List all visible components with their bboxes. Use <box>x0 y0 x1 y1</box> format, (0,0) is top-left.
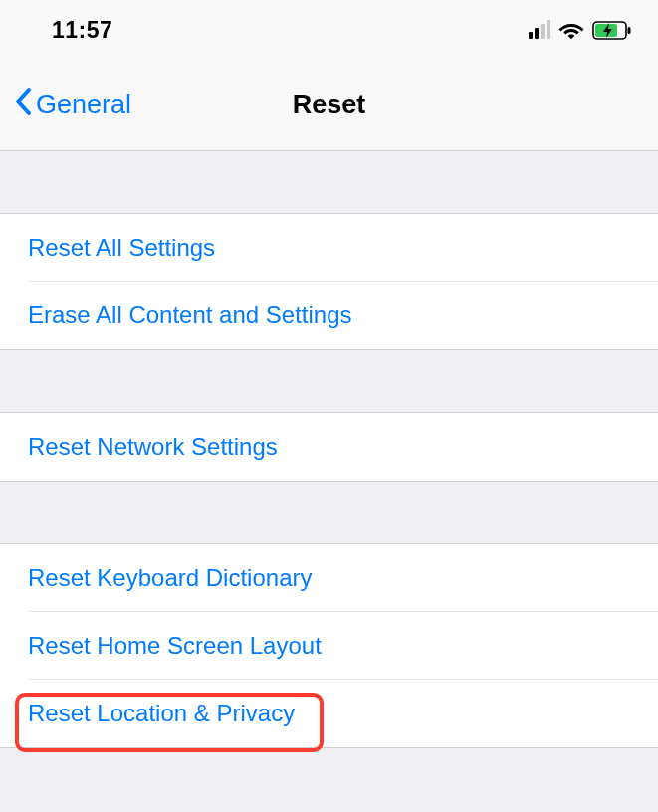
back-label: General <box>36 90 131 120</box>
status-bar: 11:57 <box>0 0 658 60</box>
section-reset-erase: Reset All Settings Erase All Content and… <box>0 213 658 350</box>
cell-label: Reset Network Settings <box>28 433 278 461</box>
battery-charging-icon <box>592 21 632 40</box>
section-network: Reset Network Settings <box>0 412 658 482</box>
section-spacer <box>0 350 658 412</box>
cell-label: Reset All Settings <box>28 234 215 262</box>
content-area: Reset All Settings Erase All Content and… <box>0 213 658 748</box>
cell-label: Reset Location & Privacy <box>28 700 295 727</box>
cell-label: Erase All Content and Settings <box>28 302 352 329</box>
section-spacer <box>0 482 658 543</box>
cellular-signal-icon <box>529 21 550 39</box>
section-other-resets: Reset Keyboard Dictionary Reset Home Scr… <box>0 543 658 748</box>
cell-label: Reset Home Screen Layout <box>28 632 322 660</box>
cell-label: Reset Keyboard Dictionary <box>28 564 312 592</box>
back-button[interactable]: General <box>14 87 131 123</box>
status-indicators <box>529 21 632 40</box>
reset-all-settings-button[interactable]: Reset All Settings <box>0 214 658 282</box>
reset-location-privacy-button[interactable]: Reset Location & Privacy <box>0 680 658 747</box>
chevron-left-icon <box>14 87 32 123</box>
navigation-bar: General Reset <box>0 60 658 151</box>
status-time: 11:57 <box>52 17 112 44</box>
erase-all-content-button[interactable]: Erase All Content and Settings <box>0 282 658 349</box>
svg-rect-2 <box>628 27 631 34</box>
reset-home-screen-layout-button[interactable]: Reset Home Screen Layout <box>0 612 658 680</box>
wifi-icon <box>558 21 584 40</box>
reset-keyboard-dictionary-button[interactable]: Reset Keyboard Dictionary <box>0 544 658 612</box>
reset-network-settings-button[interactable]: Reset Network Settings <box>0 413 658 481</box>
